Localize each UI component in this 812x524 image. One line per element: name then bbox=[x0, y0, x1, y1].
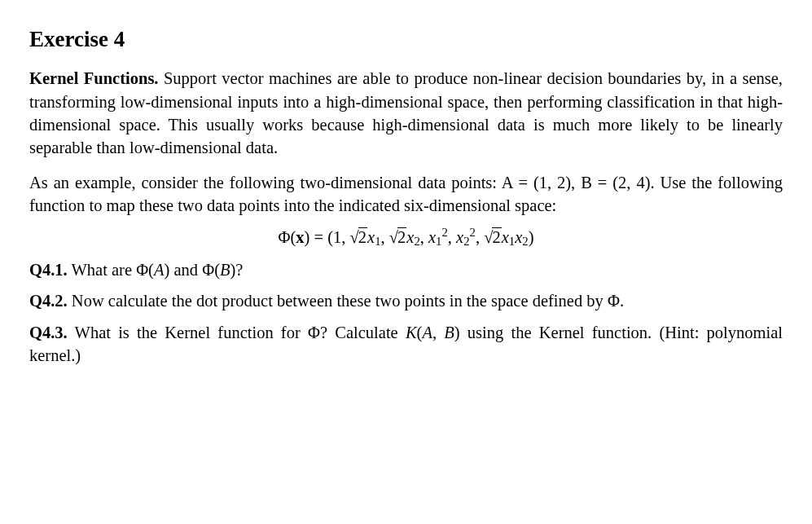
question-4-3: Q4.3. What is the Kernel function for Φ?… bbox=[29, 321, 783, 368]
q43-label: Q4.3. bbox=[29, 324, 68, 341]
q42-label: Q4.2. bbox=[29, 292, 68, 310]
question-4-1: Q4.1. What are Φ(A) and Φ(B)? bbox=[29, 258, 783, 281]
question-4-2: Q4.2. Now calculate the dot product betw… bbox=[29, 289, 783, 312]
example-paragraph: As an example, consider the following tw… bbox=[29, 171, 783, 218]
intro-lead: Kernel Functions. bbox=[29, 69, 159, 87]
q42-text: Now calculate the dot product between th… bbox=[68, 292, 624, 310]
exercise-title: Exercise 4 bbox=[29, 26, 783, 52]
intro-paragraph: Kernel Functions. Support vector machine… bbox=[29, 67, 783, 159]
q41-label: Q4.1. bbox=[29, 261, 68, 279]
phi-equation: Φ(x) = (1, √2x1, √2x2, x12, x22, √2x1x2) bbox=[29, 228, 783, 247]
page: Exercise 4 Kernel Functions. Support vec… bbox=[0, 0, 812, 367]
